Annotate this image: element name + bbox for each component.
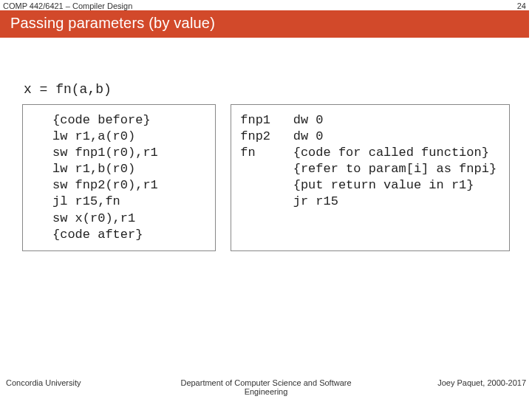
- footer: Concordia University Department of Compu…: [0, 378, 532, 396]
- callee-code-box: fnp1 dw 0 fnp2 dw 0 fn {code for called …: [231, 104, 510, 251]
- course-label: COMP 442/6421 – Compiler Design: [3, 1, 132, 10]
- footer-center: Department of Computer Science and Softw…: [180, 378, 353, 396]
- footer-left: Concordia University: [6, 378, 180, 396]
- caller-code-box: {code before} lw r1,a(r0) sw fnp1(r0),r1…: [22, 104, 216, 251]
- slide-number: 24: [517, 1, 526, 10]
- content-area: x = fn(a,b) {code before} lw r1,a(r0) sw…: [0, 38, 532, 251]
- slide-title: Passing parameters (by value): [0, 10, 529, 38]
- call-expression: x = fn(a,b): [22, 82, 510, 97]
- code-boxes: {code before} lw r1,a(r0) sw fnp1(r0),r1…: [22, 104, 510, 251]
- footer-right: Joey Paquet, 2000-2017: [352, 378, 526, 396]
- top-bar: COMP 442/6421 – Compiler Design 24: [0, 0, 532, 10]
